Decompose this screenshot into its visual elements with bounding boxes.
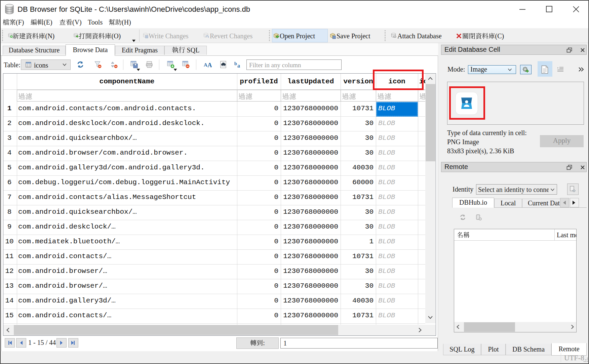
svg-text:A: A: [204, 62, 207, 68]
svg-text:a: a: [237, 63, 240, 68]
svg-text:b: b: [234, 61, 237, 66]
svg-text:A: A: [207, 62, 212, 68]
